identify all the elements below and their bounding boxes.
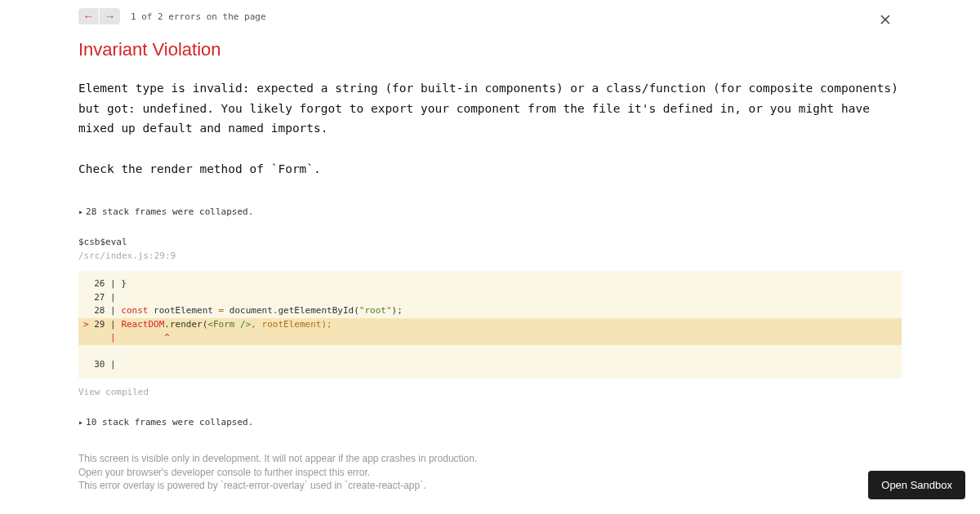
stack-frame-function: $csb$eval	[78, 237, 902, 247]
dev-footer-note: This screen is visible only in developme…	[78, 452, 902, 493]
view-compiled-link[interactable]: View compiled	[78, 387, 902, 397]
overlay-content: Invariant Violation Element type is inva…	[0, 24, 980, 493]
code-preview: 26 | } 27 | 28 | const rootElement = doc…	[78, 271, 902, 379]
footer-line-3: This error overlay is powered by `react-…	[78, 479, 902, 493]
stack-frame-location: /src/index.js:29:9	[78, 250, 902, 261]
collapsed-frames-1[interactable]: 28 stack frames were collapsed.	[78, 206, 902, 217]
collapsed-frames-2[interactable]: 10 stack frames were collapsed.	[78, 417, 902, 428]
code-line-28: 28 | const rootElement = document.getEle…	[83, 305, 403, 316]
collapsed-frames-2-text: 10 stack frames were collapsed.	[86, 417, 253, 428]
code-caret: | ^	[78, 331, 902, 345]
code-line-26: 26 | }	[83, 278, 127, 289]
footer-line-2: Open your browser's developer console to…	[78, 466, 902, 480]
next-error-button[interactable]: →	[100, 8, 120, 24]
collapsed-frames-1-text: 28 stack frames were collapsed.	[86, 206, 253, 217]
overlay-header: ← → 1 of 2 errors on the page	[0, 0, 980, 24]
close-button[interactable]	[877, 11, 893, 28]
footer-line-1: This screen is visible only in developme…	[78, 452, 902, 466]
open-sandbox-button[interactable]: Open Sandbox	[868, 471, 965, 499]
code-line-30: 30 |	[83, 359, 121, 370]
close-icon	[880, 15, 890, 24]
code-line-27: 27 |	[83, 292, 121, 303]
error-overlay: ← → 1 of 2 errors on the page Invariant …	[0, 0, 980, 514]
error-title: Invariant Violation	[78, 39, 902, 60]
code-line-29: > 29 | ReactDOM.render(<Form />, rootEle…	[78, 318, 902, 332]
prev-error-button[interactable]: ←	[78, 8, 99, 24]
error-counter: 1 of 2 errors on the page	[131, 11, 266, 22]
error-message: Element type is invalid: expected a stri…	[78, 78, 902, 179]
